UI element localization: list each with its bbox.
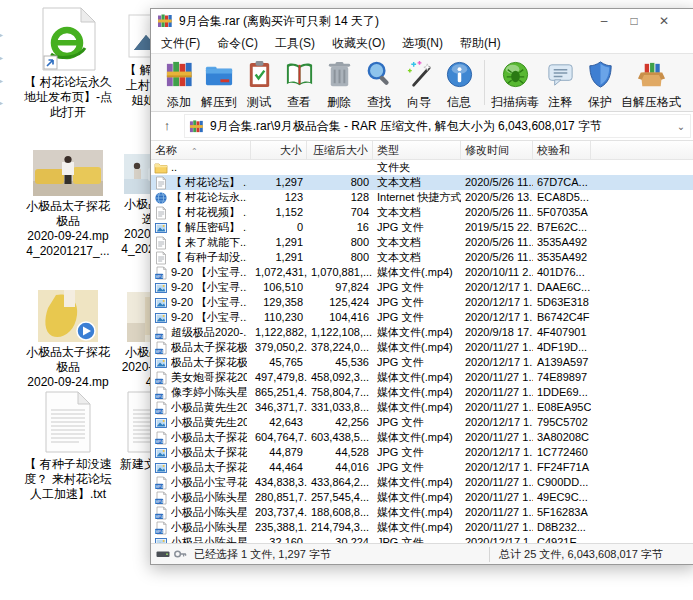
- file-size-cell: 497,479,8...: [251, 370, 307, 385]
- table-row[interactable]: MP4超级极品2020-...1,122,882,...1,122,108,..…: [151, 325, 693, 340]
- table-row[interactable]: 小极品太子探花...44,46444,016JPG 文件2020/12/17 1…: [151, 460, 693, 475]
- file-crc-cell: B6742C4F: [533, 310, 591, 325]
- table-row[interactable]: MP4小极品黄先生20...346,371,7...331,033,8...媒体…: [151, 400, 693, 415]
- table-row[interactable]: MP4小极品小陈头星...235,388,1...214,794,3...媒体文…: [151, 520, 693, 535]
- file-crc-cell: C900DD...: [533, 475, 591, 490]
- delete-icon: [324, 59, 355, 93]
- toolbar-button-label: 删除: [327, 94, 351, 111]
- toolbar-button-protect[interactable]: 保护: [580, 57, 620, 111]
- table-row[interactable]: 【 来了就能下...1,291800文本文档2020/5/26 11...353…: [151, 235, 693, 250]
- table-row[interactable]: MP49-20 【小宝寻...1,072,431,...1,070,881,..…: [151, 265, 693, 280]
- file-packed-cell: 758,804,7...: [307, 385, 373, 400]
- menu-item-5[interactable]: 帮助(H): [460, 35, 501, 52]
- column-header-size[interactable]: 大小: [251, 141, 307, 159]
- table-row[interactable]: 小极品小陈头星...32,16030,224JPG 文件2020/12/17 1…: [151, 535, 693, 543]
- up-one-level-button[interactable]: ↑: [154, 115, 180, 137]
- chevron-down-icon[interactable]: ⌄: [674, 121, 688, 132]
- file-name-cell: 小极品太子探花...: [151, 460, 251, 475]
- table-row[interactable]: ..文件夹: [151, 160, 693, 175]
- table-row[interactable]: 【 解压密码】 ...016JPG 文件2019/5/15 22...B7E62…: [151, 220, 693, 235]
- menu-item-0[interactable]: 文件(F): [161, 35, 200, 52]
- table-row[interactable]: 9-20 【小宝寻...129,358125,424JPG 文件2020/12/…: [151, 295, 693, 310]
- minimize-button[interactable]: –: [589, 10, 619, 32]
- table-row[interactable]: MP4小极品小陈头星...203,737,4...188,608,8...媒体文…: [151, 505, 693, 520]
- menu-item-2[interactable]: 工具(S): [275, 35, 315, 52]
- toolbar-button-extract-to[interactable]: 解压到: [199, 57, 239, 111]
- file-mtime-cell: 2020/11/27 1...: [461, 385, 533, 400]
- file-name-cell: 【 解压密码】 ...: [151, 220, 251, 235]
- toolbar-button-add-archive[interactable]: 添加: [159, 57, 199, 111]
- file-mtime-cell: 2020/11/27 1...: [461, 520, 533, 535]
- address-bar[interactable]: 9月合集.rar\9月极品合集 - RAR 压缩文件, 解包大小为 6,043,…: [184, 114, 691, 138]
- svg-text:MP4: MP4: [155, 409, 163, 413]
- txt-file-icon: [154, 206, 168, 220]
- table-row[interactable]: 【 有种子却没...1,291800文本文档2020/5/26 11...353…: [151, 250, 693, 265]
- menu-item-1[interactable]: 命令(C): [217, 35, 258, 52]
- file-name-cell: 【 村花视频】 ...: [151, 205, 251, 220]
- column-header-packed[interactable]: 压缩后大小: [307, 141, 373, 159]
- toolbar-button-info[interactable]: 信息: [439, 57, 479, 111]
- toolbar-button-label: 自解压格式: [621, 94, 681, 111]
- table-row[interactable]: 【 村花论坛永...123128Internet 快捷方式2020/5/26 1…: [151, 190, 693, 205]
- mp4-file-icon: MP4: [154, 491, 168, 505]
- file-size-cell: 434,838,3...: [251, 475, 307, 490]
- file-name-text: 【 村花论坛永...: [171, 190, 247, 205]
- file-type-cell: 媒体文件(.mp4): [373, 400, 461, 415]
- file-name-text: 小极品小陈头星...: [171, 520, 247, 535]
- file-packed-cell: 97,824: [307, 280, 373, 295]
- file-packed-cell: 433,864,2...: [307, 475, 373, 490]
- table-row[interactable]: MP4像李婷小陈头星...865,251,4...758,804,7...媒体文…: [151, 385, 693, 400]
- table-row[interactable]: MP4美女炮哥探花20...497,479,8...458,092,3...媒体…: [151, 370, 693, 385]
- table-row[interactable]: 9-20 【小宝寻...110,230104,416JPG 文件2020/12/…: [151, 310, 693, 325]
- title-bar[interactable]: 9月合集.rar (离购买许可只剩 14 天了) – □ ✕: [151, 9, 693, 33]
- toolbar-button-find[interactable]: 查找: [359, 57, 399, 111]
- column-header-crc[interactable]: 校验和: [533, 141, 591, 159]
- file-name-text: 【 来了就能下...: [171, 235, 247, 250]
- column-header-row: 名称⌃大小压缩后大小类型修改时间校验和: [151, 141, 693, 160]
- column-header-name[interactable]: 名称⌃: [151, 141, 251, 159]
- toolbar-button-sfx[interactable]: 自解压格式: [620, 57, 682, 111]
- toolbar-button-wizard[interactable]: 向导: [399, 57, 439, 111]
- toolbar-button-view[interactable]: 查看: [279, 57, 319, 111]
- table-row[interactable]: 小极品太子探花...44,87944,528JPG 文件2020/12/17 1…: [151, 445, 693, 460]
- file-name-cell: 极品太子探花极...: [151, 355, 251, 370]
- file-type-cell: 媒体文件(.mp4): [373, 385, 461, 400]
- mp4-file-icon: MP4: [154, 401, 168, 415]
- toolbar-button-test[interactable]: 测试: [239, 57, 279, 111]
- column-header-type[interactable]: 类型: [373, 141, 461, 159]
- file-size-cell: 604,764,7...: [251, 430, 307, 445]
- table-row[interactable]: MP4极品太子探花极...379,050,2...378,224,0...媒体文…: [151, 340, 693, 355]
- menu-item-4[interactable]: 选项(N): [402, 35, 443, 52]
- file-name-text: 小极品太子探花...: [171, 430, 247, 445]
- file-type-cell: JPG 文件: [373, 415, 461, 430]
- close-button[interactable]: ✕: [649, 10, 679, 32]
- file-type-cell: 媒体文件(.mp4): [373, 475, 461, 490]
- file-mtime-cell: 2020/12/17 1...: [461, 280, 533, 295]
- file-packed-cell: 42,256: [307, 415, 373, 430]
- toolbar-button-delete[interactable]: 删除: [319, 57, 359, 111]
- table-row[interactable]: MP4小极品小宝寻花...434,838,3...433,864,2...媒体文…: [151, 475, 693, 490]
- file-crc-cell: E08EA95C: [533, 400, 591, 415]
- table-row[interactable]: MP4小极品太子探花...604,764,7...603,438,5...媒体文…: [151, 430, 693, 445]
- table-row[interactable]: 【 村花视频】 ...1,152704文本文档2020/5/26 11...5F…: [151, 205, 693, 220]
- file-size-cell: 0: [251, 220, 307, 235]
- svg-text:MP4: MP4: [155, 499, 163, 503]
- desktop-icon-ie-shortcut[interactable]: 【 村花论坛永久地址发布页】-点此打开: [20, 6, 116, 120]
- file-packed-cell: 704: [307, 205, 373, 220]
- file-mtime-cell: 2020/12/17 1...: [461, 535, 533, 543]
- table-row[interactable]: 小极品黄先生20...42,64342,256JPG 文件2020/12/17 …: [151, 415, 693, 430]
- table-row[interactable]: 极品太子探花极...45,76545,536JPG 文件2020/12/17 1…: [151, 355, 693, 370]
- menu-item-3[interactable]: 收藏夹(O): [332, 35, 385, 52]
- toolbar-button-comment[interactable]: 注释: [540, 57, 580, 111]
- table-row[interactable]: MP4小极品小陈头星...280,851,7...257,545,4...媒体文…: [151, 490, 693, 505]
- find-icon: [364, 59, 395, 93]
- file-name-text: 像李婷小陈头星...: [171, 385, 247, 400]
- table-row[interactable]: 9-20 【小宝寻...106,51097,824JPG 文件2020/12/1…: [151, 280, 693, 295]
- table-row[interactable]: 【 村花论坛】 ...1,297800文本文档2020/5/26 11...67…: [151, 175, 693, 190]
- desktop-icon-text-doc[interactable]: 【 有种子却没速度？ 来村花论坛人工加速】.txt: [18, 390, 118, 502]
- key-icon: [173, 547, 187, 561]
- svg-text:MP4: MP4: [155, 394, 163, 398]
- toolbar-button-virus-scan[interactable]: 扫描病毒: [490, 57, 540, 111]
- column-header-mtime[interactable]: 修改时间: [461, 141, 533, 159]
- maximize-button[interactable]: □: [619, 10, 649, 32]
